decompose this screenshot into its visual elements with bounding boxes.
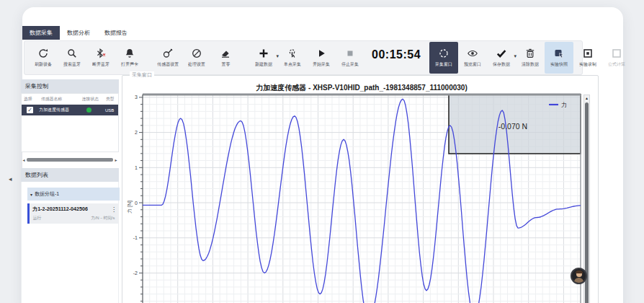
stop-icon [344, 48, 356, 59]
collect-timer: 00:15:54 [372, 48, 421, 61]
experiment-record-button[interactable]: 实验录制 [573, 42, 602, 74]
process-settings-button[interactable]: 处理设置 [182, 42, 211, 74]
data-item-title: 力1-2-20251112-042506 [32, 206, 88, 213]
tab-data-collect[interactable]: 数据采集 [22, 26, 60, 40]
item-menu-icon[interactable]: ⋮ [111, 206, 117, 213]
single-point-collect-button[interactable]: 单点采集 [278, 42, 307, 74]
dashed-circle-icon [438, 48, 450, 59]
zero-button[interactable]: 置零 [211, 42, 240, 74]
sidebar: 采集控制 选择 传感器名称 连接状态 类型 ✓ 力加速度传感器 USB ◂ ▸ … [21, 79, 119, 303]
hscroll-right-icon[interactable]: ▸ [113, 157, 119, 162]
col-connection-status: 连接状态 [82, 96, 104, 102]
tree-expand-icon[interactable]: ▾ [30, 192, 32, 197]
assistant-avatar-button[interactable] [571, 268, 587, 284]
avatar-body [574, 278, 583, 284]
refresh-icon [37, 48, 49, 59]
refresh-device-button[interactable]: 刷新设备 [29, 42, 58, 74]
svg-text:-2: -2 [133, 271, 138, 276]
toolbar: 刷新设备 搜索蓝牙 断开蓝牙 打开声卡 传感器设置 处理设置 [24, 40, 583, 75]
formula-frame-icon [611, 48, 622, 59]
sensor-type: USB [105, 108, 118, 113]
vscroll-up-icon[interactable]: ▲ [584, 95, 589, 102]
status-dot [86, 107, 91, 113]
avatar-hair [576, 271, 583, 273]
data-list-panel: 数据列表 ▾ 数据分组-1 力1-2-20251112-042506 ⋮ 运行 … [21, 168, 119, 303]
y-axis-label: 力 [N] [127, 201, 133, 214]
collect-control-header: 采集控制 [21, 79, 119, 93]
sensor-table: 选择 传感器名称 连接状态 类型 ✓ 力加速度传感器 USB [21, 93, 119, 152]
data-item-status: 运行 [33, 216, 41, 221]
svg-text:2: 2 [135, 130, 138, 135]
data-group-row[interactable]: ▾ 数据分组-1 [27, 188, 120, 201]
hscroll-left-icon[interactable]: ◂ [21, 157, 27, 162]
sensor-table-hscrollbar[interactable]: ◂ ▸ [21, 157, 119, 162]
svg-text:1: 1 [135, 165, 138, 170]
sensor-table-header: 选择 传感器名称 连接状态 类型 [22, 94, 118, 105]
formula-calc-button: 公式计算 [602, 42, 631, 74]
hscroll-thumb[interactable] [27, 158, 113, 162]
svg-text:-1: -1 [133, 235, 138, 240]
tab-data-analysis[interactable]: 数据分析 [60, 26, 97, 40]
sensor-checkbox[interactable]: ✓ [27, 107, 33, 113]
bell-icon [124, 48, 135, 59]
collapse-sidebar-icon[interactable]: ◂ [9, 175, 12, 183]
play-icon [316, 48, 327, 59]
snapshot-icon [553, 48, 565, 59]
check-icon [496, 48, 507, 59]
panel-group-label: 采集窗口 [130, 71, 154, 79]
col-sensor-name: 传感器名称 [41, 96, 79, 102]
open-soundcard-button[interactable]: 打开声卡 [115, 42, 144, 74]
save-data-button[interactable]: ▾ 保存数据 [487, 42, 516, 74]
data-list-header: 数据列表 [21, 168, 119, 182]
chart-svg[interactable]: 3210-1-2-3 力 -0.070 N 力 [N] [124, 79, 594, 303]
new-data-button[interactable]: ▾ 新建数据 [249, 42, 278, 74]
col-type: 类型 [106, 96, 117, 102]
data-item[interactable]: 力1-2-20251112-042506 ⋮ 运行 力/N－时间/s [27, 203, 118, 224]
start-collect-button[interactable]: 开始采集 [307, 42, 336, 74]
collect-window-button[interactable]: 采集窗口 [429, 42, 458, 74]
svg-text:3: 3 [135, 95, 138, 100]
main-tabbar: 数据采集 数据分析 数据报告 [22, 26, 135, 40]
plus-icon [258, 48, 269, 59]
data-tree: ▾ 数据分组-1 力1-2-20251112-042506 ⋮ 运行 力/N－时… [21, 182, 119, 303]
search-bluetooth-button[interactable]: 搜索蓝牙 [58, 42, 86, 74]
sensor-name: 力加速度传感器 [39, 107, 77, 113]
data-item-axes: 力/N－时间/s [91, 216, 115, 221]
sensor-row[interactable]: ✓ 力加速度传感器 USB [22, 105, 118, 115]
bluetooth-disconnect-icon [95, 48, 107, 59]
legend-label: 力 [561, 102, 567, 108]
sensor-settings-button[interactable]: 传感器设置 [153, 42, 182, 74]
trash-icon [524, 48, 536, 59]
sensor-settings-icon [162, 48, 174, 59]
collect-window-panel: 采集窗口 力加速度传感器 - XHSP-V10HID_path_-1981348… [122, 75, 599, 303]
clear-data-button[interactable]: 清除数据 [516, 42, 545, 74]
svg-text:0: 0 [135, 201, 138, 206]
annotation-text: -0.070 N [498, 122, 527, 131]
disconnect-bluetooth-button[interactable]: 断开蓝牙 [86, 42, 115, 74]
circle-slash-icon [191, 48, 202, 59]
eraser-icon [220, 48, 231, 59]
experiment-snapshot-button[interactable]: 实验快照 [545, 42, 573, 74]
search-icon [66, 48, 78, 59]
col-select: 选择 [24, 96, 38, 102]
record-frame-icon [582, 48, 594, 59]
eye-icon [467, 48, 478, 59]
touch-point-icon [287, 48, 298, 59]
preview-window-button[interactable]: 预览窗口 [458, 42, 487, 74]
stop-collect-button[interactable]: 停止采集 [336, 42, 365, 74]
tab-data-report[interactable]: 数据报告 [97, 26, 135, 40]
data-group-label: 数据分组-1 [35, 190, 59, 198]
